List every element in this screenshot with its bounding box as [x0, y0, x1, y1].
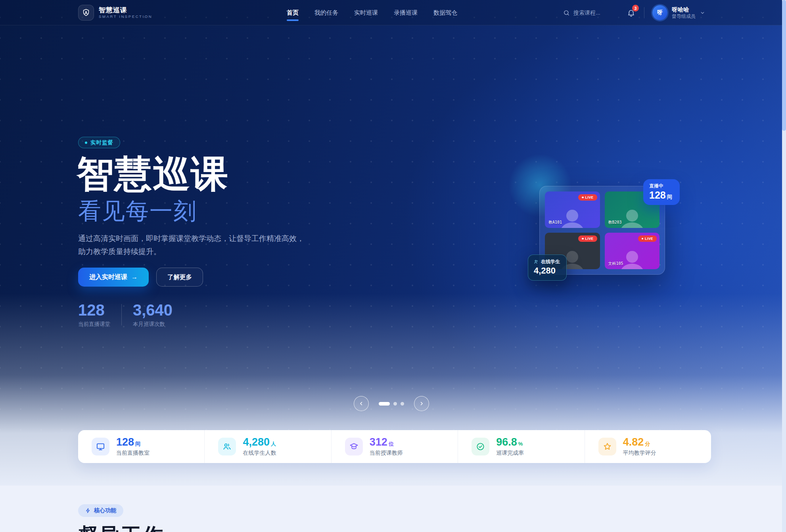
live-badge: LIVE [638, 235, 657, 242]
carousel-prev-button[interactable] [354, 396, 369, 411]
classroom-tile[interactable]: LIVE 文科105 [605, 233, 660, 269]
live-badge-label: LIVE [645, 237, 653, 241]
search-icon [563, 10, 570, 16]
features-heading: 督导工作 [78, 522, 164, 532]
nav-right-cluster: 3 呀 呀哈哈 督导组成员 [563, 0, 705, 25]
app-subtitle: SMART INSPECTION [99, 14, 152, 19]
nav-links: 首页 我的任务 实时巡课 录播巡课 数据驾仓 [287, 0, 457, 25]
live-count-title: 直播中 [649, 183, 680, 189]
user-text: 呀哈哈 督导组成员 [672, 6, 696, 19]
classroom-name: 文科105 [608, 261, 623, 266]
hero-stats-divider [121, 304, 122, 325]
scrollbar-track[interactable] [782, 0, 786, 532]
online-students-title: 在线学生 [541, 258, 560, 265]
graduation-cap-icon [345, 438, 363, 455]
stat-card-teachers: 312位 当前授课教师 [331, 430, 458, 463]
nav-link-data-cockpit[interactable]: 数据驾仓 [433, 9, 457, 17]
stat-label: 平均教学评分 [623, 450, 656, 457]
stat-value: 4,280 [243, 436, 270, 448]
classroom-name: 教B203 [608, 220, 622, 225]
stat-value: 96.8 [496, 436, 517, 448]
live-dot-icon [582, 238, 584, 240]
hero-subtitle: 看见每一刻 [78, 198, 197, 224]
nav-link-recorded-inspection[interactable]: 录播巡课 [394, 9, 418, 17]
stat-label: 巡课完成率 [496, 450, 524, 457]
stat-unit: 人 [271, 441, 276, 447]
live-dot-icon [582, 197, 584, 199]
brand[interactable]: 智慧巡课 SMART INSPECTION [78, 5, 152, 21]
person-silhouette [560, 210, 585, 228]
app-logo-icon [78, 5, 94, 21]
stat-text: 128间 当前直播教室 [116, 436, 150, 457]
live-badge-label: LIVE [585, 195, 594, 199]
users-icon [534, 259, 539, 264]
live-dot-icon [85, 142, 87, 144]
hero-stat-label: 本月巡课次数 [133, 321, 173, 328]
hero-badge: 实时监督 [78, 137, 120, 148]
stat-unit: % [518, 441, 523, 447]
stat-value: 4.82 [623, 436, 644, 448]
notification-badge: 3 [632, 5, 639, 11]
stat-card-average-rating: 4.82分 平均教学评分 [585, 430, 711, 463]
online-students-floating-badge: 在线学生 4,280 [528, 255, 567, 281]
carousel-next-button[interactable] [414, 396, 429, 411]
hero-carousel-controls [354, 395, 429, 412]
enter-live-inspection-button[interactable]: 进入实时巡课 → [78, 268, 149, 287]
nav-link-home[interactable]: 首页 [287, 9, 299, 17]
check-circle-icon [472, 438, 489, 455]
hero-stat-label: 当前直播课堂 [78, 321, 110, 328]
scrollbar-thumb[interactable] [782, 0, 786, 131]
carousel-indicator-active[interactable] [379, 402, 390, 406]
nav-divider [644, 7, 644, 18]
carousel-indicator[interactable] [393, 402, 397, 406]
person-silhouette [619, 210, 645, 228]
classroom-tile[interactable]: LIVE 教A101 [545, 191, 600, 228]
chevron-left-icon [358, 401, 364, 406]
cta-row: 进入实时巡课 → 了解更多 [78, 268, 203, 287]
search-box[interactable] [563, 10, 618, 16]
live-badge: LIVE [578, 194, 597, 201]
hero-stats: 128 当前直播课堂 3,640 本月巡课次数 [78, 301, 173, 328]
user-name: 呀哈哈 [672, 6, 696, 13]
star-icon [598, 438, 616, 455]
stat-unit: 位 [389, 441, 394, 447]
live-count-floating-badge: 直播中 128间 [643, 179, 680, 205]
core-features-badge: 核心功能 [78, 504, 123, 517]
carousel-indicators [379, 402, 404, 406]
arrow-right-icon: → [131, 274, 138, 281]
chevron-right-icon [419, 401, 424, 406]
hero-stat-value: 3,640 [133, 301, 173, 319]
live-count-value: 128间 [649, 189, 680, 201]
core-features-badge-label: 核心功能 [94, 507, 116, 514]
app-title: 智慧巡课 [99, 6, 152, 14]
monitor-icon [92, 438, 109, 455]
stat-unit: 分 [645, 441, 650, 447]
brand-text: 智慧巡课 SMART INSPECTION [99, 6, 152, 19]
hero-stat-live-classrooms: 128 当前直播课堂 [78, 301, 110, 328]
stat-text: 4,280人 在线学生人数 [243, 436, 276, 457]
avatar: 呀 [652, 5, 667, 20]
stat-label: 当前授课教师 [370, 450, 403, 457]
hero-stat-value: 128 [78, 301, 110, 319]
learn-more-button[interactable]: 了解更多 [156, 268, 203, 287]
nav-link-live-inspection[interactable]: 实时巡课 [354, 9, 378, 17]
stat-unit: 间 [135, 441, 140, 447]
live-count-unit: 间 [667, 194, 672, 200]
hero-description: 通过高清实时画面，即时掌握课堂教学动态，让督导工作精准高效，助力教学质量持续提升… [78, 232, 309, 258]
hero-stat-monthly-inspections: 3,640 本月巡课次数 [133, 301, 173, 328]
nav-link-my-tasks[interactable]: 我的任务 [314, 9, 338, 17]
lightning-icon [85, 508, 91, 513]
hero-title: 智慧巡课 [77, 155, 229, 194]
user-menu[interactable]: 呀 呀哈哈 督导组成员 [652, 5, 705, 20]
stat-value: 312 [370, 436, 387, 448]
notifications-button[interactable]: 3 [626, 8, 636, 18]
person-silhouette [619, 251, 645, 269]
stat-text: 96.8% 巡课完成率 [496, 436, 524, 457]
users-icon [218, 438, 236, 455]
classroom-name: 教A101 [548, 220, 562, 225]
stats-band: 128间 当前直播教室 4,280人 在线学生人数 312位 [78, 430, 711, 463]
stat-label: 当前直播教室 [116, 450, 150, 457]
search-input[interactable] [573, 10, 618, 16]
carousel-indicator[interactable] [401, 402, 404, 406]
secondary-cta-label: 了解更多 [167, 273, 192, 281]
